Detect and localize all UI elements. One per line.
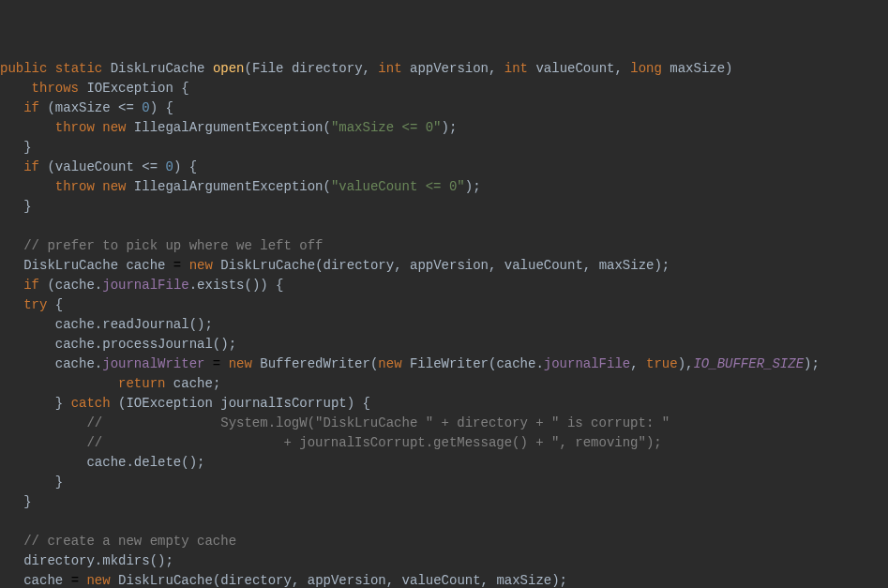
kw-try: try bbox=[23, 297, 47, 312]
p4-type: long bbox=[630, 61, 662, 76]
processjournal: processJournal bbox=[102, 337, 213, 352]
dlc-ctor: DiskLruCache bbox=[220, 258, 315, 273]
kw-static: static bbox=[55, 61, 102, 76]
code-line: if (valueCount <= 0) { bbox=[0, 158, 888, 177]
cond-valuecount: valueCount <= bbox=[55, 159, 166, 174]
kw-public: public bbox=[0, 61, 47, 76]
exists-call: exists bbox=[197, 278, 244, 293]
journal-file: journalFile bbox=[102, 278, 188, 293]
num-zero: 0 bbox=[165, 159, 173, 174]
journalwriter: journalWriter bbox=[102, 356, 204, 371]
iae: IllegalArgumentException bbox=[134, 179, 324, 194]
kw-throws: throws bbox=[32, 81, 79, 96]
code-line: } catch (IOException journalIsCorrupt) { bbox=[0, 394, 888, 414]
p3-type: int bbox=[504, 61, 528, 76]
fn-open: open bbox=[213, 61, 245, 76]
cache-var: cache bbox=[126, 258, 165, 273]
code-line: throw new IllegalArgumentException("maxS… bbox=[0, 118, 888, 138]
kw-new: new bbox=[229, 356, 252, 371]
kw-throw: throw bbox=[55, 120, 95, 135]
kw-if: if bbox=[23, 278, 39, 293]
code-line: throw new IllegalArgumentException("valu… bbox=[0, 177, 888, 197]
p2-name: appVersion bbox=[410, 61, 489, 76]
filewriter: FileWriter bbox=[410, 356, 489, 371]
p4-name: maxSize bbox=[670, 61, 725, 76]
kw-new: new bbox=[189, 258, 213, 273]
code-line: try { bbox=[0, 295, 888, 315]
kw-new: new bbox=[86, 573, 110, 588]
p1-name: directory bbox=[292, 61, 363, 76]
code-line: cache = new DiskLruCache(directory, appV… bbox=[0, 571, 888, 588]
code-line: directory.mkdirs(); bbox=[0, 551, 888, 571]
code-line: DiskLruCache cache = new DiskLruCache(di… bbox=[0, 256, 888, 276]
bufferedwriter: BufferedWriter bbox=[260, 356, 370, 371]
readjournal: readJournal bbox=[102, 317, 188, 332]
kw-throw: throw bbox=[55, 179, 95, 194]
str-valuecount: "valueCount <= 0" bbox=[331, 179, 465, 194]
kw-new: new bbox=[378, 356, 401, 371]
code-line: cache.delete(); bbox=[0, 453, 888, 473]
code-line: if (maxSize <= 0) { bbox=[0, 98, 888, 118]
p2-type: int bbox=[378, 61, 401, 76]
mkdirs-call: mkdirs bbox=[102, 553, 149, 568]
code-line: // prefer to pick up where we left off bbox=[0, 236, 888, 256]
code-line: cache.readJournal(); bbox=[0, 315, 888, 335]
code-line: return cache; bbox=[0, 374, 888, 394]
kw-if: if bbox=[23, 100, 39, 115]
code-line: throws IOException { bbox=[0, 79, 888, 98]
kw-catch: catch bbox=[71, 396, 111, 411]
cmt-logw1: // System.logW("DiskLruCache " + directo… bbox=[86, 415, 670, 430]
cmt-prefer: // prefer to pick up where we left off bbox=[23, 238, 323, 253]
code-line: public static DiskLruCache open(File dir… bbox=[0, 59, 888, 79]
code-line: } bbox=[0, 473, 888, 492]
journal-corrupt: journalIsCorrupt bbox=[220, 396, 346, 411]
code-line: // System.logW("DiskLruCache " + directo… bbox=[0, 414, 888, 433]
kw-new: new bbox=[102, 179, 126, 194]
cmt-create: // create a new empty cache bbox=[23, 534, 236, 549]
io-buffer-size: IO_BUFFER_SIZE bbox=[693, 356, 804, 371]
ioexception: IOException bbox=[86, 81, 173, 96]
code-line: // + journalIsCorrupt.getMessage() + ", … bbox=[0, 433, 888, 453]
kw-if: if bbox=[23, 159, 39, 174]
code-line: cache.journalWriter = new BufferedWriter… bbox=[0, 354, 888, 374]
code-line: } bbox=[0, 492, 888, 512]
code-line: } bbox=[0, 138, 888, 158]
code-editor[interactable]: public static DiskLruCache open(File dir… bbox=[0, 59, 888, 588]
p1-type: File bbox=[252, 61, 284, 76]
code-line bbox=[0, 217, 888, 236]
ret-type: DiskLruCache bbox=[111, 61, 205, 76]
code-line: cache.processJournal(); bbox=[0, 335, 888, 354]
cmt-logw2: // + journalIsCorrupt.getMessage() + ", … bbox=[86, 435, 661, 450]
kw-new: new bbox=[102, 120, 126, 135]
code-line bbox=[0, 512, 888, 532]
code-line: } bbox=[0, 197, 888, 217]
kw-true: true bbox=[646, 356, 678, 371]
delete-call: delete bbox=[134, 455, 181, 470]
num-zero: 0 bbox=[142, 100, 149, 115]
kw-return: return bbox=[118, 376, 165, 391]
iae: IllegalArgumentException bbox=[134, 120, 324, 135]
p3-name: valueCount bbox=[535, 61, 614, 76]
cond-maxsize: maxSize <= bbox=[55, 100, 142, 115]
dlc-type: DiskLruCache bbox=[23, 258, 118, 273]
code-line: if (cache.journalFile.exists()) { bbox=[0, 276, 888, 295]
str-maxsize: "maxSize <= 0" bbox=[331, 120, 442, 135]
code-line: // create a new empty cache bbox=[0, 532, 888, 551]
